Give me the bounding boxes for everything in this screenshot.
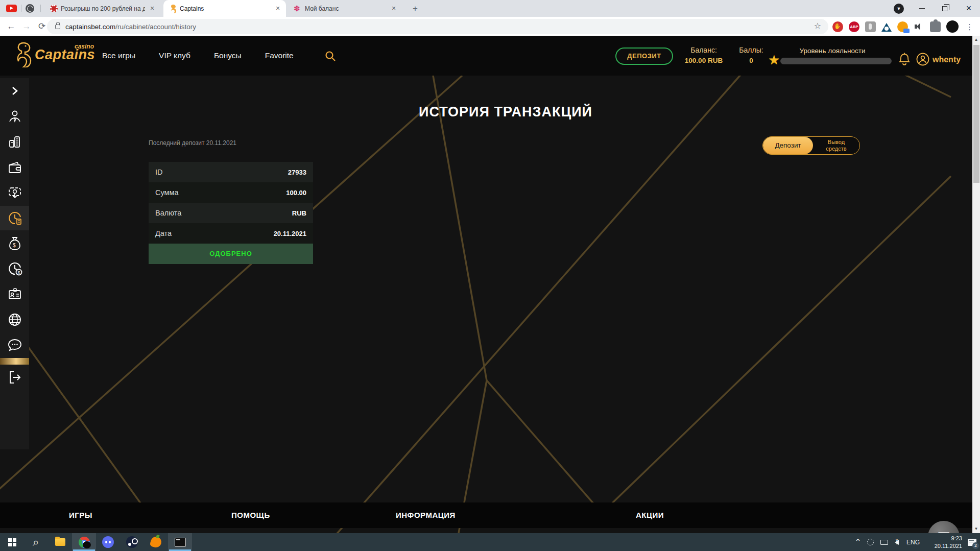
taskbar-terminal[interactable]: [168, 533, 192, 551]
close-icon[interactable]: [390, 5, 398, 13]
search-icon[interactable]: [325, 51, 336, 62]
sidebar-item-language[interactable]: [0, 307, 29, 332]
sidebar-item-withdraw[interactable]: [0, 180, 29, 206]
tray-expand-icon[interactable]: [852, 533, 864, 551]
footer-link[interactable]: ИНФОРМАЦИЯ: [396, 511, 456, 519]
divider: [40, 5, 41, 12]
transaction-table: ID 27933 Сумма 100.00 Валюта RUB Дата 20…: [149, 162, 313, 244]
tray-capture-icon[interactable]: [864, 533, 876, 551]
tray-language[interactable]: ENG: [904, 533, 922, 551]
refresh-icon[interactable]: ⟳: [36, 20, 48, 33]
puzzle-icon[interactable]: [930, 21, 941, 32]
maximize-button[interactable]: [939, 0, 951, 17]
adblock-icon[interactable]: [832, 21, 843, 32]
abp-icon[interactable]: ABP: [849, 21, 859, 32]
globe-icon: [8, 313, 22, 327]
minimize-button[interactable]: [916, 0, 928, 17]
sidebar-item-wallet[interactable]: [0, 155, 29, 180]
scroll-up-icon[interactable]: [972, 36, 980, 44]
table-row: Сумма 100.00: [149, 182, 313, 203]
sidebar-item-profile[interactable]: [0, 104, 29, 129]
withdraw-tab[interactable]: Вывод средств: [813, 137, 859, 154]
site-footer: ИГРЫПОМОЩЬИНФОРМАЦИЯАКЦИИ: [0, 502, 972, 528]
sidebar-expand[interactable]: [0, 78, 29, 104]
balance-block: Баланс: 100.00 RUB: [681, 46, 726, 64]
tab-title: Captains: [180, 5, 271, 12]
sidebar-item-support[interactable]: [0, 332, 29, 358]
withdraw-label-line1: Вывод: [828, 139, 845, 146]
close-icon[interactable]: [274, 5, 282, 13]
logo-text: casino Captains: [35, 47, 95, 63]
taskbar-fl-studio[interactable]: [144, 533, 168, 551]
new-tab-button[interactable]: [410, 3, 421, 14]
footer-link[interactable]: ПОМОЩЬ: [231, 511, 270, 519]
chrome-icon: [79, 537, 90, 548]
deposit-tab[interactable]: Депозит: [763, 137, 813, 154]
profile-avatar[interactable]: [946, 20, 959, 33]
menu-dots-icon[interactable]: [964, 21, 975, 32]
fl-studio-icon: [150, 536, 163, 549]
globe-icon[interactable]: [26, 4, 34, 13]
sidebar-item-logout[interactable]: [0, 365, 29, 390]
browser-profile-menu[interactable]: [893, 0, 905, 17]
youtube-icon[interactable]: [6, 5, 17, 12]
tab-balance[interactable]: Мой баланс: [289, 0, 402, 17]
table-row: ID 27933: [149, 162, 313, 182]
tab-raffle[interactable]: Розыгрыш по 200 рублей на де: [45, 0, 160, 17]
forward-icon[interactable]: →: [20, 20, 33, 33]
sidebar-item-deposits[interactable]: [0, 129, 29, 155]
footer-link[interactable]: АКЦИИ: [636, 511, 664, 519]
tray-clock[interactable]: 9:23 20.11.2021: [925, 533, 964, 551]
url-input[interactable]: captainsbet.com/ru/cabinet/account/histo…: [47, 19, 828, 34]
scrollbar-thumb[interactable]: [973, 45, 979, 183]
clock-coin-icon: $: [7, 261, 22, 276]
casino-logo[interactable]: casino Captains: [14, 42, 95, 67]
scrollbar[interactable]: [972, 36, 980, 533]
deposit-button[interactable]: ДЕПОЗИТ: [615, 47, 673, 65]
tab-captains[interactable]: Captains: [163, 0, 286, 17]
back-icon[interactable]: ←: [5, 20, 17, 33]
nav-item[interactable]: VIP клуб: [159, 51, 190, 60]
tray-network-icon[interactable]: [877, 533, 891, 551]
sidebar-item-transaction-history[interactable]: [0, 206, 29, 230]
bookmark-star-icon[interactable]: [814, 21, 821, 31]
avast-icon[interactable]: [881, 23, 892, 32]
seahorse-icon: [170, 4, 177, 13]
nav-item[interactable]: Все игры: [102, 51, 135, 60]
footer-link[interactable]: ИГРЫ: [69, 511, 92, 519]
nav-item[interactable]: Бонусы: [214, 51, 242, 60]
casino-chip-icon: [50, 5, 58, 12]
volume-icon[interactable]: [914, 21, 924, 32]
divider: [21, 5, 21, 12]
user-icon[interactable]: [916, 53, 929, 66]
sidebar-item-verification[interactable]: [0, 281, 29, 307]
translate-icon[interactable]: [897, 21, 908, 32]
bell-icon[interactable]: [899, 53, 910, 66]
close-icon[interactable]: [148, 5, 156, 13]
sidebar-item-bonuses[interactable]: $: [0, 230, 29, 256]
taskbar-discord[interactable]: [96, 533, 120, 551]
taskbar-chrome[interactable]: [72, 533, 96, 551]
nav-item[interactable]: Favorite: [265, 51, 294, 60]
taskbar-steam[interactable]: [120, 533, 144, 551]
steam-icon: [126, 536, 138, 548]
tray-notifications[interactable]: 2: [964, 533, 979, 551]
cursor-icon[interactable]: [865, 21, 876, 32]
close-window-button[interactable]: [963, 0, 975, 17]
start-button[interactable]: [0, 533, 24, 551]
points-label: Баллы:: [735, 46, 767, 54]
history-type-toggle: Депозит Вывод средств: [762, 136, 860, 155]
scroll-down-icon[interactable]: [972, 525, 980, 533]
speaker-icon: [895, 540, 899, 545]
extension-row: ABP: [832, 19, 975, 34]
taskbar-search[interactable]: [24, 533, 48, 551]
sidebar-item-bets-history[interactable]: $: [0, 256, 29, 281]
chat-icon: [7, 338, 22, 352]
tray-volume-icon[interactable]: [891, 533, 903, 551]
lock-icon[interactable]: [55, 25, 60, 29]
discord-icon: [102, 536, 114, 548]
windows-icon: [8, 538, 16, 546]
username[interactable]: whenty: [933, 55, 961, 64]
svg-text:$: $: [13, 243, 16, 248]
taskbar-file-explorer[interactable]: [48, 533, 72, 551]
